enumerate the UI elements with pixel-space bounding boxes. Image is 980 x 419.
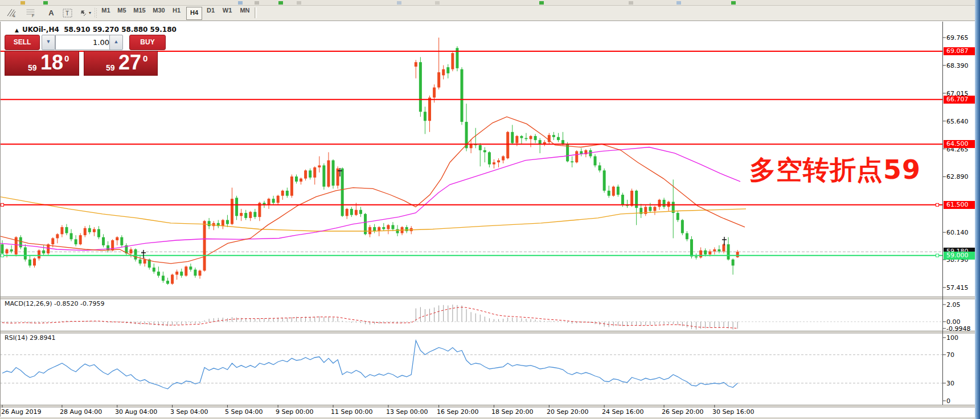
price-axis-badge: 64.500 xyxy=(944,140,977,148)
rsi-axis-tick: 100 xyxy=(946,334,958,342)
price-axis-badge: 66.707 xyxy=(944,96,977,104)
macd-axis-tick: 2.05 xyxy=(946,301,961,309)
mt4-terminal: E F A T ▾ M1M5M15M30H1H4D1W1MN ▲UKOil-,H… xyxy=(0,0,980,419)
rsi-indicator-label: RSI(14) 29.8941 xyxy=(5,334,55,342)
rsi-panel xyxy=(0,340,943,389)
chart-ohlc-readout: ▲UKOil-,H4 58.910 59.270 58.880 59.180 xyxy=(15,26,177,34)
volume-increase-button[interactable]: ▲ xyxy=(109,35,123,50)
macd-indicator-label: MACD(12,26,9) -0.8520 -0.7959 xyxy=(5,300,104,307)
price-axis-badge: 61.500 xyxy=(944,201,977,209)
volume-input[interactable] xyxy=(55,35,113,50)
time-axis-label: 11 Sep 00:00 xyxy=(331,408,372,416)
sell-price-big: 18 xyxy=(40,51,63,75)
line-handle[interactable] xyxy=(1,203,4,206)
time-axis-label: 26 Sep 20:00 xyxy=(662,408,703,416)
ohlc-values: 58.910 59.270 58.880 59.180 xyxy=(64,26,177,34)
price-axis-tick: 69.765 xyxy=(946,34,969,42)
buy-price-prefix: 59 xyxy=(106,63,115,72)
time-axis-label: 3 Sep 04:00 xyxy=(170,408,208,416)
price-axis-tick: 65.640 xyxy=(946,118,969,125)
buy-price-panel[interactable]: 59 27 0 xyxy=(84,51,158,76)
volume-decrease-button[interactable]: ▼ xyxy=(42,35,55,50)
rsi-axis-tick: 30 xyxy=(946,380,954,387)
sell-price-prefix: 59 xyxy=(28,63,37,72)
price-axis-badge: 59.000 xyxy=(944,252,977,260)
chinese-annotation: 多空转折点59 xyxy=(749,153,921,188)
window-right-scrollbar[interactable] xyxy=(975,0,980,419)
price-axis-tick: 57.415 xyxy=(946,284,969,291)
time-axis-label: 9 Sep 00:00 xyxy=(276,408,313,416)
rsi-axis-tick: 70 xyxy=(946,351,954,359)
buy-price-sup: 0 xyxy=(143,54,147,63)
sell-button[interactable]: SELL xyxy=(5,35,40,50)
price-axis-badge: 69.087 xyxy=(944,47,977,55)
ma-slow-gold xyxy=(0,197,746,231)
sell-price-sup: 0 xyxy=(64,54,69,63)
time-axis-label: 26 Aug 2019 xyxy=(1,408,41,416)
time-axis-label: 28 Aug 04:00 xyxy=(60,408,102,416)
line-handle[interactable] xyxy=(1,254,4,257)
macd-axis-tick: -0.9948 xyxy=(946,325,970,332)
price-axis-tick: 60.140 xyxy=(946,229,969,236)
buy-button[interactable]: BUY xyxy=(129,35,166,50)
time-axis-label: 18 Sep 20:00 xyxy=(491,408,533,416)
line-handle[interactable] xyxy=(936,203,939,206)
time-axis-label: 16 Sep 20:00 xyxy=(437,408,478,416)
time-axis-label: 24 Sep 16:00 xyxy=(602,408,643,416)
symbol-label: UKOil-,H4 xyxy=(22,26,59,34)
time-axis-label: 13 Sep 00:00 xyxy=(386,408,428,416)
buy-price-big: 27 xyxy=(118,51,141,75)
price-axis-tick: 68.390 xyxy=(946,62,969,69)
line-handle[interactable] xyxy=(936,254,939,257)
time-axis-label: 20 Sep 20:00 xyxy=(547,408,588,416)
rsi-axis-tick: 0 xyxy=(946,397,950,405)
macd-panel xyxy=(0,305,943,330)
price-axis-tick: 62.890 xyxy=(946,173,969,180)
collapse-icon[interactable]: ▲ xyxy=(15,27,19,33)
time-axis-label: 30 Sep 16:00 xyxy=(712,408,754,416)
time-axis-label: 5 Sep 04:00 xyxy=(225,408,263,416)
sell-price-panel[interactable]: 59 18 0 xyxy=(5,51,79,76)
time-axis-label: 30 Aug 04:00 xyxy=(115,408,157,416)
